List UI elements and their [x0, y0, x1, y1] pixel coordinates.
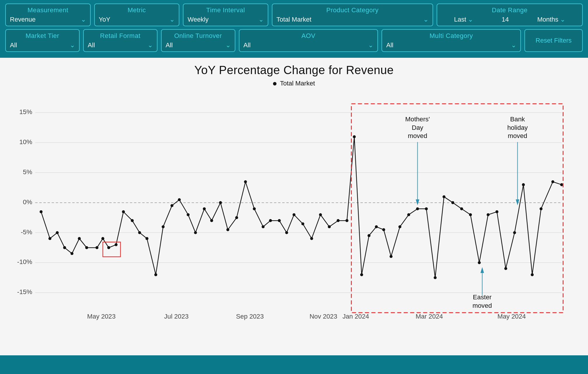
svg-point-50: [269, 219, 272, 222]
multi-category-chevron-icon: ⌄: [511, 41, 516, 49]
svg-point-48: [253, 207, 256, 210]
date-range-last-select[interactable]: Last ⌄: [454, 16, 473, 23]
svg-point-68: [416, 207, 419, 210]
online-turnover-chevron-icon: ⌄: [225, 41, 231, 49]
product-category-value: Total Market: [276, 16, 312, 23]
reset-filters-button[interactable]: Reset Filters: [524, 29, 583, 52]
svg-point-30: [107, 246, 110, 249]
svg-point-70: [434, 276, 437, 279]
svg-text:May 2024: May 2024: [497, 313, 526, 320]
svg-point-65: [390, 255, 393, 258]
date-range-period-value: Months: [537, 16, 558, 23]
svg-point-24: [63, 246, 66, 249]
svg-point-35: [146, 237, 148, 240]
measurement-value: Revenue: [10, 16, 36, 23]
time-interval-filter[interactable]: Time Interval Weekly ⌄: [183, 4, 268, 26]
retail-format-filter[interactable]: Retail Format All ⌄: [83, 29, 158, 52]
chart-container: 15% 10% 5% 0% -5% -10% -15% May 2023 Jul…: [12, 90, 576, 341]
online-turnover-label: Online Turnover: [174, 32, 222, 40]
online-turnover-value: All: [166, 41, 173, 49]
svg-text:-15%: -15%: [17, 288, 32, 296]
svg-point-44: [219, 201, 222, 204]
svg-point-77: [496, 210, 498, 213]
product-category-label: Product Category: [326, 6, 379, 14]
svg-point-21: [40, 210, 43, 213]
aov-value: All: [244, 41, 251, 49]
svg-point-63: [375, 225, 378, 228]
svg-point-51: [278, 219, 281, 222]
time-interval-label: Time Interval: [206, 6, 245, 14]
market-tier-label: Market Tier: [26, 32, 60, 40]
svg-point-71: [442, 195, 445, 198]
svg-point-54: [301, 222, 304, 225]
svg-point-27: [85, 246, 88, 249]
measurement-filter[interactable]: Measurement Revenue ⌄: [5, 4, 91, 26]
svg-point-49: [262, 225, 265, 228]
bank-holiday-annotation: Bank: [510, 116, 525, 123]
date-range-filter[interactable]: Date Range Last ⌄ 14 Months ⌄: [437, 4, 583, 26]
svg-text:holiday: holiday: [507, 124, 528, 131]
filter-row-1: Measurement Revenue ⌄ Metric YoY ⌄ Time …: [5, 4, 583, 26]
metric-chevron-icon: ⌄: [169, 16, 175, 23]
svg-point-26: [78, 237, 81, 240]
reset-filters-label: Reset Filters: [536, 37, 571, 44]
svg-point-25: [71, 252, 74, 255]
svg-point-56: [319, 213, 322, 216]
svg-point-46: [235, 216, 238, 219]
svg-point-74: [469, 213, 472, 216]
aov-chevron-icon: ⌄: [368, 41, 373, 49]
date-range-label: Date Range: [492, 6, 527, 14]
metric-label: Metric: [127, 6, 146, 14]
svg-point-39: [178, 198, 181, 201]
svg-point-53: [293, 213, 295, 216]
svg-point-73: [460, 207, 463, 210]
svg-point-59: [345, 219, 348, 222]
market-tier-filter[interactable]: Market Tier All ⌄: [5, 29, 80, 52]
date-range-period-select[interactable]: Months ⌄: [537, 16, 565, 23]
svg-point-78: [504, 267, 507, 270]
measurement-label: Measurement: [27, 6, 68, 14]
svg-marker-95: [480, 267, 484, 273]
market-tier-chevron-icon: ⌄: [70, 41, 75, 49]
svg-point-60: [353, 135, 356, 138]
svg-point-28: [95, 246, 98, 249]
svg-point-41: [194, 231, 197, 234]
svg-text:May 2023: May 2023: [87, 313, 116, 320]
svg-point-43: [210, 219, 213, 222]
aov-label: AOV: [301, 32, 315, 40]
time-interval-value: Weekly: [188, 16, 209, 23]
chart-section: YoY Percentage Change for Revenue Total …: [0, 58, 588, 355]
measurement-chevron-icon: ⌄: [81, 16, 86, 23]
svg-point-42: [203, 207, 206, 210]
svg-point-52: [285, 231, 288, 234]
svg-point-45: [226, 228, 229, 231]
aov-filter[interactable]: AOV All ⌄: [239, 29, 378, 52]
svg-point-34: [138, 231, 141, 234]
svg-text:Day: Day: [412, 124, 424, 131]
svg-point-31: [115, 243, 118, 246]
date-range-num-select[interactable]: 14: [502, 16, 509, 23]
legend-dot: [273, 82, 276, 85]
metric-filter[interactable]: Metric YoY ⌄: [94, 4, 180, 26]
online-turnover-filter[interactable]: Online Turnover All ⌄: [161, 29, 235, 52]
svg-point-32: [122, 210, 125, 213]
svg-point-55: [310, 237, 313, 240]
svg-text:0%: 0%: [23, 198, 32, 206]
svg-point-37: [162, 225, 164, 228]
svg-text:15%: 15%: [19, 108, 32, 116]
retail-format-value: All: [88, 41, 95, 49]
multi-category-filter[interactable]: Multi Category All ⌄: [382, 29, 521, 52]
product-category-chevron-icon: ⌄: [423, 16, 428, 23]
chart-legend: Total Market: [12, 80, 576, 87]
product-category-filter[interactable]: Product Category Total Market ⌄: [272, 4, 433, 26]
svg-point-67: [407, 213, 410, 216]
svg-point-79: [513, 231, 516, 234]
chart-title: YoY Percentage Change for Revenue: [12, 64, 576, 77]
svg-point-57: [328, 225, 331, 228]
svg-text:moved: moved: [408, 132, 427, 139]
svg-text:10%: 10%: [19, 138, 32, 146]
svg-text:moved: moved: [473, 302, 492, 309]
chart-svg: 15% 10% 5% 0% -5% -10% -15% May 2023 Jul…: [12, 90, 576, 341]
date-range-last-chevron: ⌄: [468, 16, 473, 23]
svg-text:-10%: -10%: [17, 258, 32, 265]
